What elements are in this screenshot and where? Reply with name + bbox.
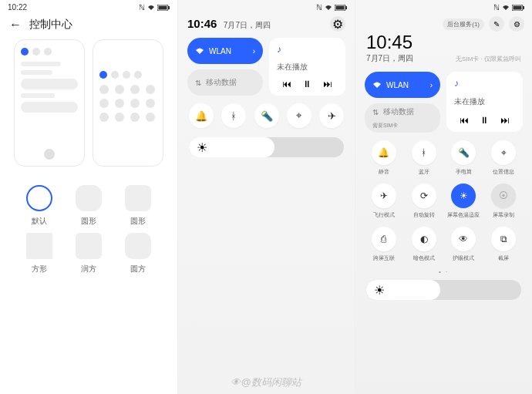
shape-label: 方形 (32, 264, 47, 274)
shape-label: 润方 (81, 264, 96, 274)
settings-button[interactable]: ⚙ (509, 16, 524, 32)
settings-button[interactable]: ⚙ (330, 16, 345, 32)
pencil-icon: ✎ (493, 20, 500, 29)
wlan-tile[interactable]: WLAN › (365, 72, 440, 98)
toggle-label: 自动旋转 (413, 211, 435, 219)
toggle-label: 护眼模式 (453, 254, 474, 262)
qs-row: 🔔 ᚼ 🔦 ⌖ ✈ (178, 96, 355, 128)
prev-icon[interactable]: ⏮ (460, 115, 469, 126)
qs-time: 10:45 (366, 32, 521, 53)
prev-icon[interactable]: ⏮ (282, 79, 291, 89)
toggle-eye[interactable]: 👁护眼模式 (446, 227, 482, 262)
signal-icon: ⇅ (195, 79, 201, 87)
status-bar: ℕ (178, 0, 355, 12)
bell-icon: 🔔 (372, 140, 396, 165)
toggle-bell[interactable]: 🔔静音 (366, 140, 402, 176)
data-sub: 需要SIM卡 (372, 122, 398, 130)
rounded-square-icon (76, 233, 102, 259)
data-label: 移动数据 (206, 77, 237, 88)
nfc-icon: ℕ (493, 3, 500, 12)
data-label: 移动数据 (383, 106, 414, 117)
status-icons: ℕ (139, 3, 170, 12)
music-note-icon: ♪ (277, 44, 338, 55)
location-toggle[interactable]: ⌖ (287, 103, 311, 128)
status-icons: ℕ (493, 3, 524, 12)
battery-icon (512, 5, 524, 11)
status-bar: 10:22 ℕ (0, 0, 177, 12)
qs-expanded-panel: ℕ 后台服务(1) ✎ ⚙ 10:45 7月7日，周四 无SIM卡 · 仅限紧急… (355, 0, 532, 394)
brightness-slider[interactable]: ☀ (366, 280, 521, 300)
toggle-label: 飞行模式 (373, 211, 395, 219)
svg-rect-8 (513, 5, 522, 9)
pause-icon[interactable]: ⏸ (302, 79, 311, 89)
bg-services-chip[interactable]: 后台服务(1) (443, 19, 484, 30)
pause-icon[interactable]: ⏸ (480, 115, 489, 126)
shape-option-pill[interactable]: 圆方 (116, 233, 160, 274)
shape-label: 圆形 (81, 216, 96, 227)
edit-button[interactable]: ✎ (489, 16, 504, 32)
preview-card-style[interactable] (14, 39, 85, 167)
shape-label: 默认 (32, 216, 47, 227)
mobile-data-tile[interactable]: ⇅ 移动数据 (187, 69, 263, 96)
shape-option-squircle[interactable]: 圆形 (66, 185, 111, 227)
shape-option-rsq[interactable]: 润方 (66, 233, 111, 274)
media-card[interactable]: ♪ 未在播放 ⏮ ⏸ ⏭ (269, 38, 345, 96)
qs-time: 10:46 (187, 17, 217, 30)
wifi-icon (195, 47, 204, 55)
shape-label: 圆方 (130, 264, 146, 274)
location-icon: ⌖ (296, 109, 301, 122)
svg-rect-2 (159, 5, 167, 9)
mute-toggle[interactable]: 🔔 (189, 103, 214, 128)
airplane-toggle[interactable]: ✈ (319, 103, 344, 128)
toggle-loc[interactable]: ⌖位置信息 (486, 140, 521, 176)
next-icon[interactable]: ⏭ (500, 115, 510, 126)
toggle-screen[interactable]: ☀屏幕色温适应 (446, 184, 482, 219)
toggle-dark[interactable]: ◐暗色模式 (406, 227, 442, 262)
toggle-label: 截屏 (498, 254, 509, 262)
toggle-shot[interactable]: ⧉截屏 (486, 227, 521, 262)
bell-icon: 🔔 (195, 110, 207, 122)
wlan-label: WLAN (386, 81, 409, 89)
qs-top-actions: 后台服务(1) ✎ ⚙ (355, 12, 532, 32)
pager-dots: • · (355, 265, 532, 275)
media-card[interactable]: ♪ 未在播放 ⏮ ⏸ ⏭ (446, 72, 523, 132)
toggle-cast[interactable]: ⎙跨屏互联 (366, 227, 402, 262)
shape-option-rounded[interactable]: 圆形 (116, 185, 160, 227)
bluetooth-icon: ᚼ (412, 140, 436, 165)
toggle-air[interactable]: ✈飞行模式 (366, 184, 402, 219)
toggle-bt[interactable]: ᚼ蓝牙 (406, 140, 442, 176)
wifi-icon (147, 5, 155, 11)
bluetooth-icon: ᚼ (231, 110, 237, 122)
squircle-icon (76, 185, 102, 211)
moon-icon: ◐ (412, 227, 436, 251)
battery-icon (335, 5, 347, 11)
sun-icon: ☀ (374, 283, 385, 298)
svg-rect-4 (345, 6, 347, 9)
shape-option-default[interactable]: 默认 (17, 185, 62, 227)
circle-icon (26, 185, 52, 211)
toggle-torch[interactable]: 🔦手电筒 (446, 140, 482, 176)
brightness-slider[interactable]: ☀ (189, 137, 344, 157)
shape-option-square[interactable]: 方形 (17, 233, 62, 274)
qs-clock: 10:45 7月7日，周四 无SIM卡 · 仅限紧急呼叫 (355, 32, 532, 66)
pill-icon (125, 233, 151, 259)
rotate-icon: ⟳ (412, 184, 436, 208)
toggle-rot[interactable]: ⟳自动旋转 (406, 184, 442, 219)
mobile-data-tile[interactable]: ⇅移动数据 需要SIM卡 (365, 103, 440, 133)
toggle-label: 暗色模式 (413, 254, 435, 262)
media-title: 未在播放 (277, 62, 338, 72)
wlan-tile[interactable]: WLAN › (187, 38, 263, 64)
back-icon[interactable]: ← (9, 18, 22, 32)
next-icon[interactable]: ⏭ (323, 79, 332, 89)
toggle-label: 蓝牙 (419, 168, 429, 176)
sim-note: 无SIM卡 · 仅限紧急呼叫 (456, 55, 521, 63)
signal-icon: ⇅ (372, 108, 379, 116)
flashlight-toggle[interactable]: 🔦 (254, 103, 279, 128)
qs-header: 10:46 7月7日，周四 ⚙ (178, 12, 355, 38)
toggle-label: 屏幕色温适应 (447, 211, 480, 219)
toggle-label: 位置信息 (493, 168, 514, 176)
preview-grid-style[interactable] (93, 39, 163, 167)
toggle-rec[interactable]: ⦿屏幕录制 (486, 184, 521, 219)
svg-rect-1 (168, 6, 170, 9)
bluetooth-toggle[interactable]: ᚼ (221, 103, 246, 128)
